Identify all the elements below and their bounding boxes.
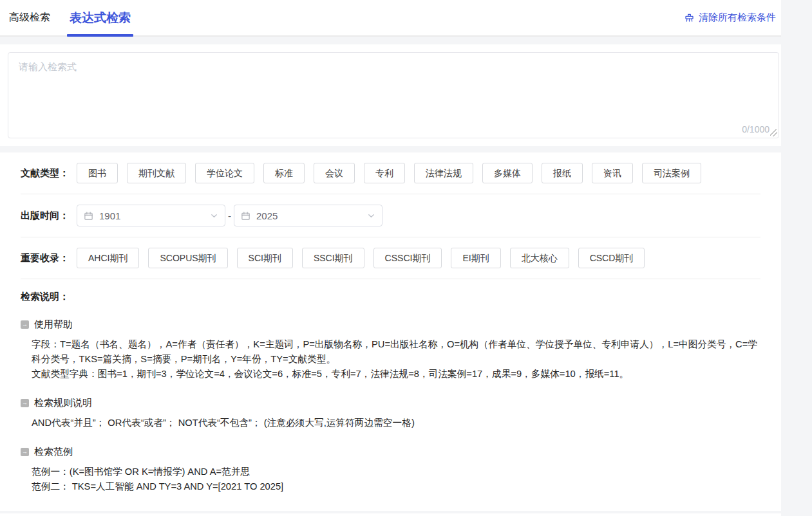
search-instructions: 检索说明： → 使用帮助 字段：T=题名（书名、题名），A=作者（责任者），K=… — [0, 279, 781, 494]
pub-time-from-value: 1901 — [99, 210, 120, 221]
textarea-resize-handle[interactable] — [770, 129, 777, 136]
index-ssci[interactable]: SSCI期刊 — [302, 248, 364, 268]
index-ahci[interactable]: AHCI期刊 — [77, 248, 139, 268]
important-index-row: 重要收录： AHCI期刊 SCOPUS期刊 SCI期刊 SSCI期刊 CSSCI… — [0, 237, 781, 279]
doc-type-label: 文献类型： — [21, 167, 69, 180]
pub-time-to-select[interactable]: 2025 — [234, 205, 382, 226]
filters-panel: 文献类型： 图书 期刊文献 学位论文 标准 会议 专利 法律法规 多媒体 报纸 … — [0, 152, 781, 511]
doc-type-book[interactable]: 图书 — [77, 163, 118, 183]
calendar-icon — [241, 211, 250, 221]
chevron-down-icon — [367, 212, 375, 220]
help-section-title: 使用帮助 — [34, 318, 73, 331]
help-line-fields: 字段：T=题名（书名、题名），A=作者（责任者），K=主题词，P=出版物名称，P… — [32, 337, 760, 367]
query-panel: 0/1000 — [0, 44, 781, 146]
rules-section-body: AND代表“并且”； OR代表“或者”； NOT代表“不包含”； (注意必须大写… — [32, 416, 760, 430]
pub-time-row: 出版时间： 1901 - — [0, 194, 781, 237]
tabs-header: 高级检索 表达式检索 清除所有检索条件 — [0, 0, 781, 37]
important-index-label: 重要收录： — [21, 252, 69, 264]
tab-expression-search[interactable]: 表达式检索 — [68, 0, 132, 35]
examples-section-body: 范例一：(K=图书馆学 OR K=情报学) AND A=范并思 范例二： TKS… — [32, 465, 760, 494]
help-line-type-dict: 文献类型字典：图书=1，期刊=3，学位论文=4，会议论文=6，标准=5，专利=7… — [32, 367, 760, 382]
doc-type-row: 文献类型： 图书 期刊文献 学位论文 标准 会议 专利 法律法规 多媒体 报纸 … — [0, 152, 781, 194]
clear-all-conditions-link[interactable]: 清除所有检索条件 — [684, 12, 776, 24]
example-line-2: 范例二： TKS=人工智能 AND TY=3 AND Y=[2021 TO 20… — [32, 479, 760, 494]
instructions-title: 检索说明： — [21, 291, 760, 303]
help-section-head: → 使用帮助 — [21, 318, 760, 331]
help-section-body: 字段：T=题名（书名、题名），A=作者（责任者），K=主题词，P=出版物名称，P… — [32, 337, 760, 382]
rules-line-operators: AND代表“并且”； OR代表“或者”； NOT代表“不包含”； (注意必须大写… — [32, 416, 760, 430]
examples-section-title: 检索范例 — [34, 446, 73, 458]
action-bar: 取 消 检 索 订阅此检索 ? — [0, 513, 781, 516]
rules-section-head: → 检索规则说明 — [21, 397, 760, 409]
doc-type-conference[interactable]: 会议 — [314, 163, 355, 183]
doc-type-journal[interactable]: 期刊文献 — [127, 163, 186, 183]
doc-type-legal-case[interactable]: 司法案例 — [642, 163, 701, 183]
pub-time-label: 出版时间： — [21, 210, 69, 222]
expression-search-page: 高级检索 表达式检索 清除所有检索条件 0/1000 文献类型： 图书 — [0, 0, 781, 516]
index-cssci[interactable]: CSSCI期刊 — [373, 248, 442, 268]
expression-input[interactable] — [8, 53, 779, 138]
doc-type-newspaper[interactable]: 报纸 — [542, 163, 583, 183]
expression-input-box: 0/1000 — [8, 52, 779, 138]
chevron-down-icon — [210, 212, 218, 220]
index-ei[interactable]: EI期刊 — [451, 248, 500, 268]
rules-section-title: 检索规则说明 — [34, 397, 92, 409]
pub-time-from-select[interactable]: 1901 — [77, 205, 225, 226]
doc-type-multimedia[interactable]: 多媒体 — [482, 163, 533, 183]
pub-time-to-value: 2025 — [256, 210, 278, 221]
calendar-icon — [84, 211, 93, 221]
example-line-1: 范例一：(K=图书馆学 OR K=情报学) AND A=范并思 — [32, 465, 760, 479]
index-pku-core[interactable]: 北大核心 — [510, 248, 569, 268]
arrow-right-icon: → — [21, 399, 29, 407]
arrow-right-icon: → — [21, 448, 29, 456]
index-cscd[interactable]: CSCD期刊 — [578, 248, 645, 268]
arrow-right-icon: → — [21, 320, 29, 329]
doc-type-news[interactable]: 资讯 — [592, 163, 633, 183]
doc-type-law[interactable]: 法律法规 — [414, 163, 473, 183]
doc-type-patent[interactable]: 专利 — [364, 163, 405, 183]
clear-all-label: 清除所有检索条件 — [699, 12, 776, 24]
examples-section-head: → 检索范例 — [21, 446, 760, 458]
clear-brush-icon — [684, 12, 695, 23]
tab-advanced-search[interactable]: 高级检索 — [8, 0, 52, 35]
doc-type-thesis[interactable]: 学位论文 — [195, 163, 254, 183]
index-sci[interactable]: SCI期刊 — [237, 248, 293, 268]
doc-type-standard[interactable]: 标准 — [263, 163, 305, 183]
date-range-separator: - — [228, 210, 231, 221]
index-scopus[interactable]: SCOPUS期刊 — [148, 248, 227, 268]
